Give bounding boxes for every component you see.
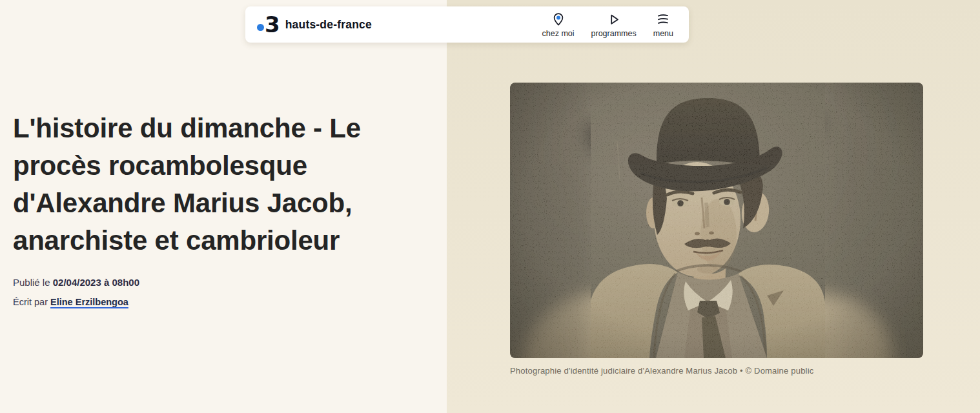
menu-icon <box>655 12 671 28</box>
author-prefix: Écrit par <box>13 297 48 307</box>
article-title: L'histoire du dimanche - Le procès rocam… <box>13 110 445 259</box>
published-datetime: 02/04/2023 à 08h00 <box>53 277 139 288</box>
header-nav: chez moi programmes menu <box>542 12 689 38</box>
nav-item-menu[interactable]: menu <box>653 12 673 38</box>
play-icon <box>606 12 622 28</box>
france3-logo[interactable]: 3 hauts-de-france <box>245 14 372 35</box>
nav-label-programmes: programmes <box>591 29 637 38</box>
page: 3 hauts-de-france chez moi p <box>0 0 980 413</box>
logo-blue-dot-icon <box>257 24 264 31</box>
published-line: Publié le 02/04/2023 à 08h00 <box>13 277 139 288</box>
logo-region-label: hauts-de-france <box>285 18 372 32</box>
location-pin-icon <box>551 12 566 28</box>
nav-item-chez-moi[interactable]: chez moi <box>542 12 575 38</box>
article-photo <box>510 83 923 358</box>
author-link[interactable]: Eline Erzilbengoa <box>50 297 128 307</box>
header-bar: 3 hauts-de-france chez moi p <box>245 6 689 43</box>
author-line: Écrit par Eline Erzilbengoa <box>13 297 128 307</box>
published-prefix: Publié le <box>13 277 50 288</box>
nav-label-chez-moi: chez moi <box>542 29 575 38</box>
nav-label-menu: menu <box>653 29 673 38</box>
logo-channel-number: 3 <box>265 14 280 35</box>
portrait-photo-illustration <box>510 83 923 358</box>
nav-item-programmes[interactable]: programmes <box>591 12 637 38</box>
photo-caption: Photographie d'identité judiciaire d'Ale… <box>510 365 936 377</box>
